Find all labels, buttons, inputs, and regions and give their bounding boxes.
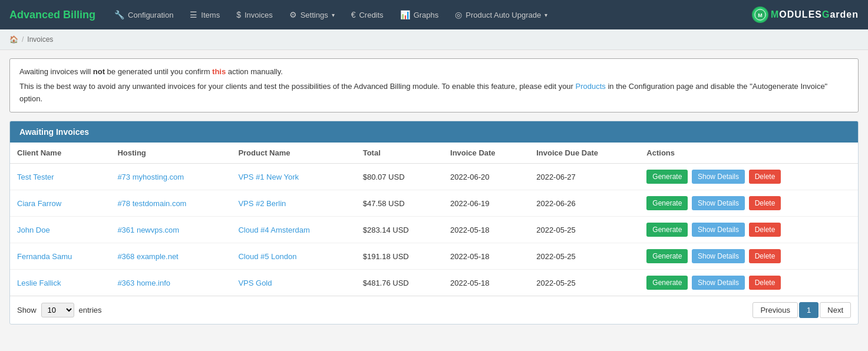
col-hosting: Hosting: [110, 143, 231, 164]
delete-button[interactable]: Delete: [749, 223, 781, 237]
invoice-due-date-value: 2022-06-26: [529, 190, 639, 217]
col-invoice-due-date: Invoice Due Date: [529, 143, 639, 164]
invoice-date-value: 2022-05-18: [443, 270, 529, 296]
invoice-date-value: 2022-06-20: [443, 164, 529, 190]
nav-product-auto-upgrade[interactable]: ◎ Product Auto Upgrade ▾: [448, 0, 555, 29]
main-content: Awaiting Invoices Client Name Hosting Pr…: [9, 121, 859, 324]
hosting-link[interactable]: #78 testdomain.com: [117, 199, 186, 208]
invoice-due-date-value: 2022-06-27: [529, 164, 639, 190]
mg-garden-green: G: [822, 9, 830, 19]
alert-this: this: [212, 67, 226, 76]
products-link[interactable]: Products: [576, 82, 606, 91]
breadcrumb-current: Invoices: [27, 35, 53, 44]
table-row: John Doe#361 newvps.comCloud #4 Amsterda…: [10, 217, 858, 243]
alert-text1: Awaiting invoices will: [19, 67, 93, 76]
generate-button[interactable]: Generate: [646, 276, 688, 290]
chevron-down-icon-upgrade: ▾: [544, 12, 547, 18]
navbar: Advanced Billing 🔧 Configuration ☰ Items…: [0, 0, 868, 29]
delete-button[interactable]: Delete: [749, 276, 781, 290]
show-details-button[interactable]: Show Details: [692, 276, 745, 290]
product-name-link[interactable]: Cloud #5 London: [238, 252, 296, 261]
hosting-link[interactable]: #363 home.info: [117, 279, 170, 287]
nav-invoices-label: Invoices: [245, 11, 273, 19]
svg-text:M: M: [758, 12, 763, 18]
table-row: Fernanda Samu#368 example.netCloud #5 Lo…: [10, 243, 858, 270]
actions-cell: Generate Show Details Delete: [639, 164, 858, 190]
table-header: Client Name Hosting Product Name Total I…: [10, 143, 858, 164]
show-entries: Show 102550100 entries: [17, 303, 102, 317]
product-name-link[interactable]: VPS #1 New York: [238, 173, 299, 181]
invoice-date-value: 2022-06-19: [443, 190, 529, 217]
show-details-button[interactable]: Show Details: [692, 223, 745, 237]
entries-select[interactable]: 102550100: [41, 303, 74, 317]
show-details-button[interactable]: Show Details: [692, 249, 745, 263]
generate-button[interactable]: Generate: [646, 196, 688, 210]
total-value: $80.07 USD: [356, 164, 443, 190]
alert-line2: This is the best way to avoid any unwant…: [19, 81, 849, 105]
chevron-down-icon: ▾: [332, 12, 335, 18]
nav-graphs-label: Graphs: [414, 11, 439, 19]
nav-credits-label: Credits: [359, 11, 383, 19]
panel-title: Awaiting Invoices: [19, 127, 89, 137]
mg-white-text: ODULES: [779, 9, 822, 19]
dollar-icon: $: [236, 10, 241, 19]
graph-icon: 📊: [400, 10, 410, 19]
previous-button[interactable]: Previous: [753, 302, 798, 318]
alert-box: Awaiting invoices will not be generated …: [9, 58, 859, 112]
table-row: Ciara Farrow#78 testdomain.comVPS #2 Ber…: [10, 190, 858, 217]
nav-settings[interactable]: ⚙ Settings ▾: [282, 0, 342, 29]
hosting-link[interactable]: #361 newvps.com: [117, 226, 179, 234]
nav-settings-label: Settings: [301, 11, 328, 19]
client-name-link[interactable]: John Doe: [17, 226, 50, 234]
hosting-link[interactable]: #368 example.net: [117, 252, 178, 261]
nav-invoices[interactable]: $ Invoices: [229, 0, 280, 29]
home-icon[interactable]: 🏠: [9, 35, 18, 44]
nav-configuration[interactable]: 🔧 Configuration: [107, 0, 180, 29]
invoice-due-date-value: 2022-05-25: [529, 217, 639, 243]
actions-cell: Generate Show Details Delete: [639, 243, 858, 270]
nav-credits[interactable]: € Credits: [344, 0, 391, 29]
invoice-date-value: 2022-05-18: [443, 243, 529, 270]
client-name-link[interactable]: Fernanda Samu: [17, 252, 72, 261]
col-total: Total: [356, 143, 443, 164]
panel-heading: Awaiting Invoices: [10, 121, 858, 143]
hosting-link[interactable]: #73 myhosting.com: [117, 173, 184, 181]
alert-description: This is the best way to avoid any unwant…: [19, 82, 827, 103]
total-value: $47.58 USD: [356, 190, 443, 217]
col-actions: Actions: [639, 143, 858, 164]
awaiting-invoices-panel: Awaiting Invoices Client Name Hosting Pr…: [9, 121, 859, 324]
mg-green-text: M: [771, 9, 779, 19]
nav-items-label: Items: [201, 11, 220, 19]
col-client-name: Client Name: [10, 143, 110, 164]
invoice-due-date-value: 2022-05-25: [529, 243, 639, 270]
generate-button[interactable]: Generate: [646, 170, 688, 184]
generate-button[interactable]: Generate: [646, 223, 688, 237]
col-invoice-date: Invoice Date: [443, 143, 529, 164]
actions-cell: Generate Show Details Delete: [639, 217, 858, 243]
nav-graphs[interactable]: 📊 Graphs: [393, 0, 446, 29]
brand-text: Advanced Billing: [9, 9, 95, 21]
client-name-link[interactable]: Ciara Farrow: [17, 199, 61, 208]
delete-button[interactable]: Delete: [749, 196, 781, 210]
table-footer: Show 102550100 entries Previous 1 Next: [10, 296, 858, 324]
delete-button[interactable]: Delete: [749, 170, 781, 184]
mg-logo-circle: M: [752, 6, 768, 23]
client-name-link[interactable]: Leslie Fallick: [17, 279, 61, 287]
delete-button[interactable]: Delete: [749, 249, 781, 263]
nav-items[interactable]: ☰ Items: [183, 0, 227, 29]
total-value: $191.18 USD: [356, 243, 443, 270]
invoices-table: Client Name Hosting Product Name Total I…: [10, 143, 858, 296]
product-name-link[interactable]: VPS Gold: [238, 279, 272, 287]
alert-text3: action manually.: [226, 67, 283, 76]
show-details-button[interactable]: Show Details: [692, 170, 745, 184]
entries-label: entries: [79, 306, 102, 314]
generate-button[interactable]: Generate: [646, 249, 688, 263]
next-button[interactable]: Next: [820, 302, 851, 318]
product-name-link[interactable]: VPS #2 Berlin: [238, 199, 286, 208]
client-name-link[interactable]: Test Tester: [17, 173, 54, 181]
table-row: Test Tester#73 myhosting.comVPS #1 New Y…: [10, 164, 858, 190]
product-name-link[interactable]: Cloud #4 Amsterdam: [238, 226, 309, 234]
mg-logo-text: MODULESGarden: [771, 9, 859, 20]
show-details-button[interactable]: Show Details: [692, 196, 745, 210]
page-1-button[interactable]: 1: [799, 302, 819, 318]
